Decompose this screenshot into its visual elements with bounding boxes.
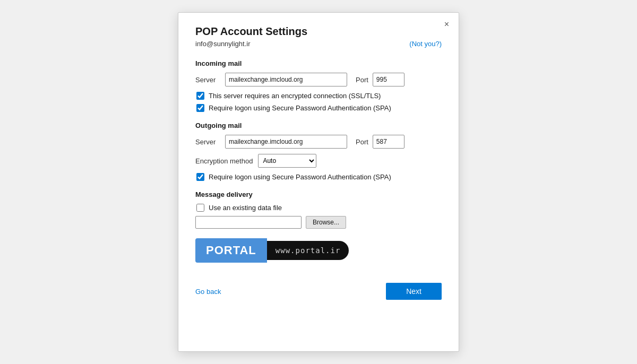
email-address: info@sunnylight.ir xyxy=(195,40,251,48)
outgoing-port-label: Port xyxy=(356,138,368,146)
go-back-link[interactable]: Go back xyxy=(195,288,221,296)
outgoing-server-row: Server Port xyxy=(195,135,442,149)
outgoing-mail-label: Outgoing mail xyxy=(195,122,442,129)
message-delivery-section: Message delivery Use an existing data fi… xyxy=(195,190,442,229)
browse-button[interactable]: Browse... xyxy=(306,216,346,229)
outgoing-mail-section: Outgoing mail Server Port Encryption met… xyxy=(195,122,442,181)
use-existing-checkbox-row: Use an existing data file xyxy=(196,204,442,212)
pop-account-dialog: × POP Account Settings info@sunnylight.i… xyxy=(178,12,459,352)
outgoing-port-input[interactable] xyxy=(373,135,404,149)
incoming-server-row: Server Port xyxy=(195,73,442,86)
incoming-spa-checkbox[interactable] xyxy=(196,104,204,112)
message-delivery-label: Message delivery xyxy=(195,190,442,198)
email-row: info@sunnylight.ir (Not you?) xyxy=(195,40,442,48)
next-button[interactable]: Next xyxy=(386,283,442,300)
bottom-bar: Go back Next xyxy=(195,278,442,300)
close-button[interactable]: × xyxy=(442,19,451,30)
ssl-checkbox-label: This server requires an encrypted connec… xyxy=(209,92,381,100)
incoming-server-input[interactable] xyxy=(225,73,347,86)
file-path-input[interactable] xyxy=(195,216,302,229)
incoming-port-label: Port xyxy=(356,76,368,84)
data-file-row: Browse... xyxy=(195,216,442,229)
outgoing-spa-checkbox-label: Require logon using Secure Password Auth… xyxy=(209,173,391,181)
outgoing-spa-checkbox-row: Require logon using Secure Password Auth… xyxy=(196,173,442,181)
incoming-server-label: Server xyxy=(195,76,221,84)
dialog-title: POP Account Settings xyxy=(195,25,442,38)
encryption-method-label: Encryption method xyxy=(195,157,253,165)
incoming-spa-checkbox-label: Require logon using Secure Password Auth… xyxy=(209,104,391,112)
watermark-area: PORTAL www.portal.ir xyxy=(195,238,442,263)
outgoing-server-label: Server xyxy=(195,138,221,146)
encryption-method-select[interactable]: Auto None STARTTLS SSL/TLS xyxy=(258,154,316,168)
incoming-spa-checkbox-row: Require logon using Secure Password Auth… xyxy=(196,104,442,112)
watermark-portal-text: PORTAL xyxy=(195,238,267,263)
outgoing-spa-checkbox[interactable] xyxy=(196,173,204,181)
use-existing-checkbox-label: Use an existing data file xyxy=(209,204,282,212)
watermark-url-text: www.portal.ir xyxy=(267,241,349,260)
ssl-checkbox-row: This server requires an encrypted connec… xyxy=(196,92,442,100)
incoming-mail-section: Incoming mail Server Port This server re… xyxy=(195,59,442,112)
ssl-checkbox[interactable] xyxy=(196,92,204,100)
use-existing-checkbox[interactable] xyxy=(196,204,204,212)
not-you-link[interactable]: (Not you?) xyxy=(409,40,442,48)
encryption-method-row: Encryption method Auto None STARTTLS SSL… xyxy=(195,154,442,168)
outgoing-server-input[interactable] xyxy=(225,135,347,149)
incoming-mail-label: Incoming mail xyxy=(195,59,442,67)
incoming-port-input[interactable] xyxy=(373,73,404,86)
